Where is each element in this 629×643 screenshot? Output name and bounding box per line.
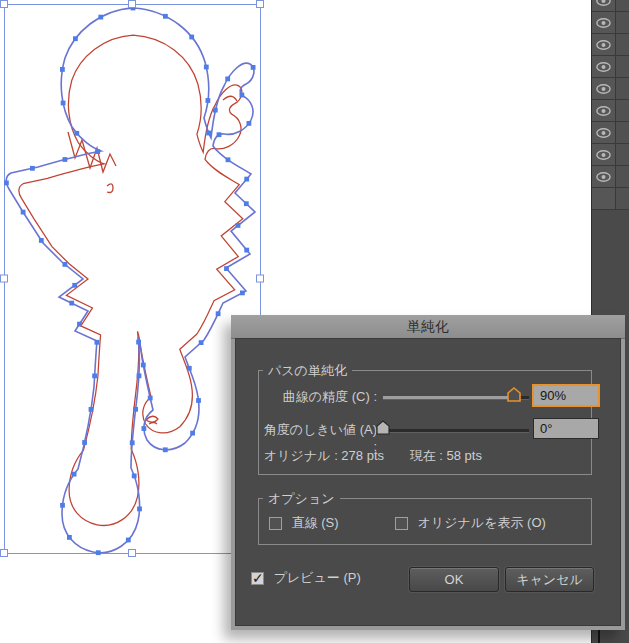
anchor-point[interactable] bbox=[132, 474, 137, 479]
dialog-title-bar[interactable]: 単純化 bbox=[231, 315, 625, 339]
anchor-point[interactable] bbox=[98, 15, 103, 20]
anchor-point[interactable] bbox=[74, 131, 79, 136]
anchor-point[interactable] bbox=[82, 440, 87, 445]
anchor-point[interactable] bbox=[63, 262, 68, 267]
anchor-point[interactable] bbox=[240, 93, 245, 98]
straight-lines-checkbox[interactable] bbox=[269, 517, 282, 530]
bounding-box-handle[interactable] bbox=[1, 275, 8, 282]
anchor-point[interactable] bbox=[60, 67, 65, 72]
anchor-point[interactable] bbox=[142, 426, 147, 431]
anchor-point[interactable] bbox=[213, 108, 218, 113]
anchor-point[interactable] bbox=[130, 440, 135, 445]
anchor-point[interactable] bbox=[204, 65, 209, 70]
anchor-point[interactable] bbox=[187, 366, 192, 371]
curve-precision-slider-thumb[interactable] bbox=[507, 387, 521, 402]
anchor-point[interactable] bbox=[206, 98, 211, 103]
anchor-point[interactable] bbox=[217, 132, 222, 137]
anchor-point[interactable] bbox=[247, 121, 252, 126]
anchor-point[interactable] bbox=[141, 363, 146, 368]
anchor-point[interactable] bbox=[30, 166, 35, 171]
anchor-point[interactable] bbox=[137, 507, 142, 512]
options-group: オプション 直線 (S) オリジナルを表示 (O) bbox=[258, 498, 592, 545]
anchor-point[interactable] bbox=[216, 311, 221, 316]
preview-option: プレビュー (P) bbox=[251, 569, 361, 587]
curve-precision-input[interactable]: 90% bbox=[532, 384, 600, 407]
anchor-point[interactable] bbox=[244, 177, 249, 182]
visibility-toggle[interactable] bbox=[592, 56, 616, 77]
anchor-point[interactable] bbox=[226, 157, 231, 162]
show-original-checkbox[interactable] bbox=[395, 517, 408, 530]
anchor-point[interactable] bbox=[224, 266, 229, 271]
visibility-toggle[interactable] bbox=[592, 12, 616, 33]
anchor-point[interactable] bbox=[39, 238, 44, 243]
eye-icon bbox=[596, 106, 611, 116]
visibility-toggle[interactable] bbox=[592, 34, 616, 55]
anchor-point[interactable] bbox=[251, 65, 256, 70]
anchor-point[interactable] bbox=[126, 538, 131, 543]
anchor-point[interactable] bbox=[4, 181, 9, 186]
visibility-toggle[interactable] bbox=[592, 144, 616, 165]
anchor-point[interactable] bbox=[148, 396, 153, 401]
bounding-box-handle[interactable] bbox=[129, 1, 136, 8]
anchor-point[interactable] bbox=[244, 201, 249, 206]
simplified-preview-path[interactable] bbox=[6, 8, 255, 553]
bounding-box-handle[interactable] bbox=[257, 1, 264, 8]
anchor-point[interactable] bbox=[61, 101, 66, 106]
anchor-point[interactable] bbox=[73, 36, 78, 41]
anchor-point[interactable] bbox=[240, 291, 245, 296]
visibility-toggle[interactable] bbox=[592, 122, 616, 143]
bounding-box-handle[interactable] bbox=[1, 1, 8, 8]
visibility-toggle[interactable] bbox=[592, 100, 616, 121]
anchor-point[interactable] bbox=[196, 398, 201, 403]
visibility-toggle[interactable] bbox=[592, 78, 616, 99]
layer-row-stub bbox=[616, 188, 629, 209]
anchor-point[interactable] bbox=[60, 503, 65, 508]
anchor-point[interactable] bbox=[77, 322, 82, 327]
anchor-point[interactable] bbox=[244, 248, 249, 253]
anchor-point[interactable] bbox=[95, 340, 100, 345]
anchor-point[interactable] bbox=[69, 301, 74, 306]
layer-row bbox=[592, 188, 629, 210]
anchor-point[interactable] bbox=[225, 77, 230, 82]
bounding-box-handle[interactable] bbox=[129, 550, 136, 557]
point-count-stats: オリジナル : 278 pts 現在 : 58 pts bbox=[264, 447, 482, 465]
anchor-point[interactable] bbox=[67, 535, 72, 540]
layer-row bbox=[592, 122, 629, 144]
anchor-point[interactable] bbox=[199, 340, 204, 345]
anchor-point[interactable] bbox=[163, 447, 168, 452]
bounding-box-handle[interactable] bbox=[257, 275, 264, 282]
anchor-point[interactable] bbox=[92, 374, 97, 379]
cancel-button[interactable]: キャンセル bbox=[505, 567, 594, 592]
anchor-point[interactable] bbox=[72, 472, 77, 477]
angle-threshold-slider-thumb[interactable] bbox=[376, 420, 390, 435]
visibility-toggle[interactable] bbox=[592, 166, 616, 187]
eye-icon bbox=[596, 0, 611, 6]
anchor-point[interactable] bbox=[190, 431, 195, 436]
angle-threshold-slider-track[interactable] bbox=[383, 429, 529, 432]
anchor-point[interactable] bbox=[236, 223, 241, 228]
anchor-point[interactable] bbox=[189, 35, 194, 40]
preview-checkbox[interactable] bbox=[251, 572, 264, 585]
anchor-point[interactable] bbox=[206, 131, 211, 136]
anchor-point[interactable] bbox=[95, 149, 100, 154]
visibility-toggle-empty[interactable] bbox=[592, 188, 616, 209]
bounding-box-handle[interactable] bbox=[1, 550, 8, 557]
anchor-point[interactable] bbox=[136, 340, 141, 345]
anchor-point[interactable] bbox=[89, 407, 94, 412]
ok-button[interactable]: OK bbox=[409, 567, 499, 592]
anchor-point[interactable] bbox=[63, 157, 68, 162]
panel-edge-line bbox=[598, 630, 600, 643]
layer-row bbox=[592, 78, 629, 100]
anchor-point[interactable] bbox=[21, 210, 26, 215]
anchor-point[interactable] bbox=[72, 283, 77, 288]
anchor-points[interactable] bbox=[4, 6, 256, 556]
visibility-toggle[interactable] bbox=[592, 0, 616, 11]
layer-row bbox=[592, 12, 629, 34]
anchor-point[interactable] bbox=[96, 550, 101, 555]
dialog-body: パスの単純化 曲線の精度 (C) : 90% 角度のしきい値 (A) : bbox=[235, 338, 621, 626]
anchor-point[interactable] bbox=[137, 373, 142, 378]
layer-row-stub bbox=[616, 0, 629, 11]
anchor-point[interactable] bbox=[163, 14, 168, 19]
anchor-point[interactable] bbox=[133, 407, 138, 412]
angle-threshold-input[interactable]: 0° bbox=[533, 418, 599, 439]
